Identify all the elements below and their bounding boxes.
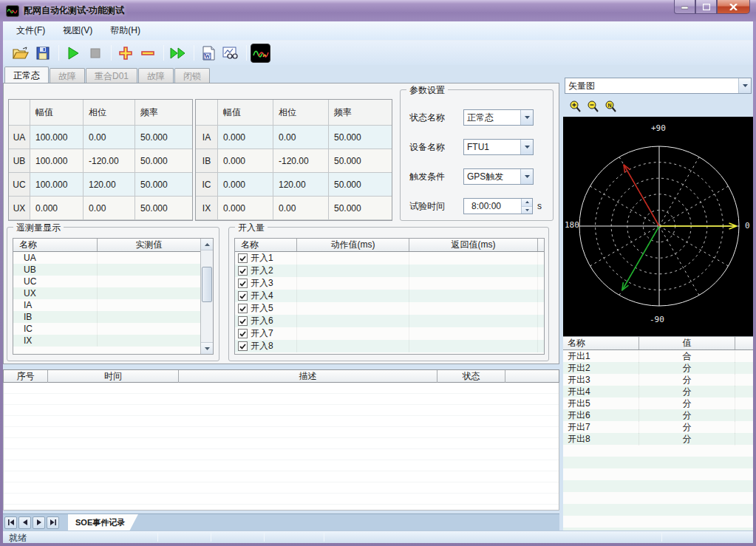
digital-output-row[interactable]: 开出3 分: [563, 374, 753, 386]
event-table-body[interactable]: [3, 383, 559, 511]
digital-output-row[interactable]: 开出5 分: [563, 397, 753, 409]
frequency-cell[interactable]: 50.000: [135, 149, 192, 173]
maximize-button[interactable]: [695, 0, 717, 14]
telemetry-row[interactable]: IX: [13, 335, 200, 347]
phase-cell[interactable]: 0.00: [273, 126, 329, 149]
frequency-cell[interactable]: 50.000: [135, 173, 192, 197]
state-tab[interactable]: 故障: [138, 68, 174, 83]
chevron-down-icon[interactable]: [520, 169, 533, 184]
last-page-button[interactable]: [47, 516, 59, 529]
action-value: [297, 340, 409, 352]
digital-input-row: 开入3: [235, 277, 544, 290]
state-tab[interactable]: 闭锁: [174, 68, 210, 83]
report-preview-button[interactable]: [220, 44, 240, 63]
first-page-button[interactable]: [4, 516, 17, 529]
telemetry-row[interactable]: UA: [13, 252, 200, 264]
spin-down-button[interactable]: [522, 207, 532, 214]
zoom-in-icon[interactable]: [566, 98, 584, 115]
phase-cell[interactable]: 0.00: [273, 197, 329, 220]
telemetry-row[interactable]: UC: [13, 276, 200, 287]
state-tab[interactable]: 重合D01: [86, 68, 137, 83]
add-state-button[interactable]: [115, 44, 135, 63]
amplitude-cell[interactable]: 0.000: [218, 149, 273, 173]
amplitude-cell[interactable]: 100.000: [30, 149, 84, 173]
amplitude-cell[interactable]: 0.000: [218, 126, 273, 149]
phase-cell[interactable]: 120.00: [273, 173, 329, 197]
minimize-button[interactable]: [674, 0, 695, 14]
frequency-cell[interactable]: 50.000: [329, 149, 392, 173]
digital-output-row[interactable]: 开出1 合: [563, 350, 753, 362]
input-checkbox[interactable]: [238, 291, 248, 301]
soe-record-tab[interactable]: SOE事件记录: [68, 514, 138, 531]
trigger-condition-select[interactable]: GPS触发: [463, 168, 534, 185]
input-name: 开入4: [251, 290, 273, 302]
input-checkbox[interactable]: [238, 266, 248, 276]
phase-cell[interactable]: -120.00: [273, 149, 329, 173]
menu-help[interactable]: 帮助(H): [101, 21, 149, 40]
digital-output-row[interactable]: 开出2 分: [563, 362, 753, 374]
waveform-button[interactable]: [251, 44, 270, 63]
digital-output-row[interactable]: 开出4 分: [563, 386, 753, 397]
input-checkbox[interactable]: [238, 316, 248, 326]
telemetry-row[interactable]: IA: [13, 299, 200, 311]
next-page-button[interactable]: [33, 516, 45, 529]
close-button[interactable]: [717, 0, 750, 14]
amplitude-cell[interactable]: 0.000: [30, 197, 84, 220]
scrollbar-track[interactable]: [201, 250, 213, 342]
fast-forward-button[interactable]: [168, 44, 188, 63]
action-value: [297, 302, 409, 315]
zoom-reset-icon[interactable]: N: [602, 98, 619, 115]
telemetry-row[interactable]: IC: [13, 323, 200, 335]
digital-output-row[interactable]: 开出7 分: [563, 421, 753, 433]
test-time-spinner[interactable]: 8:00:00: [463, 198, 533, 214]
current-row: IC 0.000 120.00 50.000: [196, 173, 392, 197]
stop-button[interactable]: [85, 44, 105, 63]
phase-cell[interactable]: 0.00: [84, 197, 135, 220]
amplitude-cell[interactable]: 0.000: [218, 173, 273, 197]
remove-state-button[interactable]: [137, 44, 157, 63]
frequency-cell[interactable]: 50.000: [135, 197, 192, 220]
amplitude-cell[interactable]: 100.000: [30, 173, 84, 197]
menu-file[interactable]: 文件(F): [7, 21, 54, 40]
phase-cell[interactable]: -120.00: [84, 149, 135, 173]
run-button[interactable]: [63, 44, 83, 63]
chevron-down-icon[interactable]: [520, 110, 533, 125]
digital-output-row[interactable]: 开出6 分: [563, 409, 753, 421]
frequency-cell[interactable]: 50.000: [329, 197, 392, 220]
phase-cell[interactable]: 120.00: [84, 173, 135, 197]
save-button[interactable]: [33, 44, 52, 63]
output-name: 开出4: [563, 386, 639, 398]
scroll-down-button[interactable]: [201, 342, 213, 354]
amplitude-cell[interactable]: 0.000: [218, 197, 273, 220]
phase-cell[interactable]: 0.00: [84, 126, 135, 149]
state-tab[interactable]: 正常态: [4, 66, 49, 83]
frequency-cell[interactable]: 50.000: [135, 126, 192, 149]
spin-up-button[interactable]: [522, 199, 532, 207]
input-checkbox[interactable]: [238, 304, 248, 313]
input-checkbox[interactable]: [238, 329, 248, 338]
input-checkbox[interactable]: [238, 253, 248, 263]
frequency-cell[interactable]: 50.000: [329, 173, 392, 197]
prev-page-button[interactable]: [18, 516, 31, 529]
telemetry-row[interactable]: IB: [13, 311, 200, 323]
zoom-out-icon[interactable]: [584, 98, 602, 115]
frequency-cell[interactable]: 50.000: [329, 126, 392, 149]
vertical-scrollbar[interactable]: [200, 239, 213, 354]
telemetry-row[interactable]: UB: [13, 264, 200, 276]
telemetry-row[interactable]: UX: [13, 287, 200, 299]
device-name-select[interactable]: FTU1: [463, 139, 534, 155]
input-checkbox[interactable]: [238, 279, 248, 288]
view-select[interactable]: 矢量图: [565, 78, 752, 94]
chevron-down-icon[interactable]: [738, 78, 751, 93]
input-checkbox[interactable]: [238, 341, 248, 351]
amplitude-cell[interactable]: 100.000: [30, 126, 84, 149]
chevron-down-icon[interactable]: [520, 140, 533, 154]
word-report-button[interactable]: W: [198, 44, 218, 63]
state-tab[interactable]: 故障: [50, 68, 85, 83]
open-button[interactable]: [10, 44, 30, 63]
state-name-select[interactable]: 正常态: [463, 109, 534, 126]
scroll-up-button[interactable]: [201, 239, 213, 250]
menu-view[interactable]: 视图(V): [54, 21, 101, 40]
scrollbar-thumb[interactable]: [202, 267, 212, 302]
digital-output-row[interactable]: 开出8 分: [563, 433, 753, 445]
